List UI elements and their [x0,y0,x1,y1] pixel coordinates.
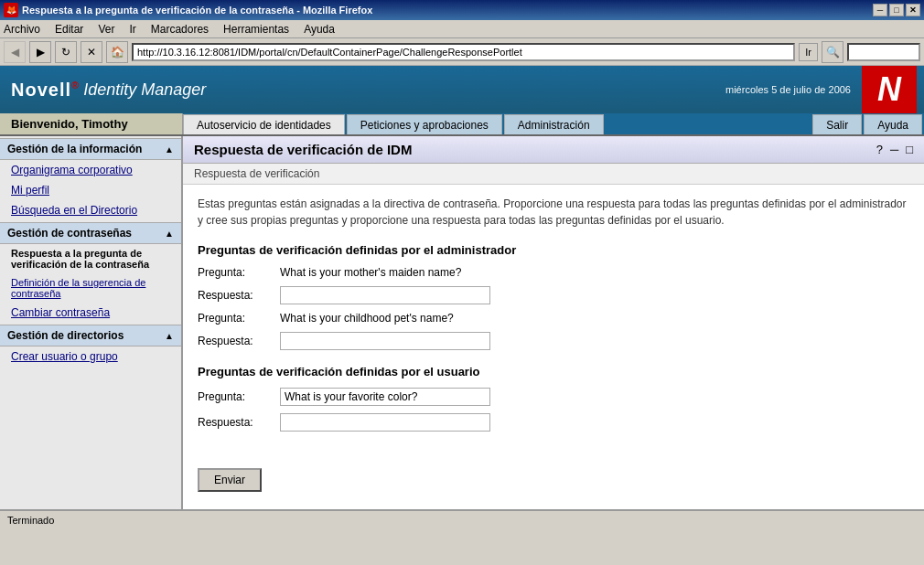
app-wrapper: Novell® Identity Manager miércoles 5 de … [0,66,924,529]
user-answer-1-row: Respuesta: [198,413,909,432]
sidebar: Gestión de la información ▲ Organigrama … [0,136,183,529]
user-question-1-label-row: Pregunta: [198,388,909,406]
page-header: Respuesta de verificación de IDM ? ─ □ [183,136,924,164]
admin-q1-pregunta-label: Pregunta: [198,266,280,279]
admin-q2-respuesta-input[interactable] [280,332,490,350]
novell-n-logo: N [862,66,917,113]
sidebar-section-title-1: Gestión de la información [7,143,142,155]
submit-area: Enviar [198,450,909,492]
admin-answer-1-row: Respuesta: [198,286,909,304]
window-controls[interactable]: ─ □ ✕ [873,4,920,16]
minimize-icon[interactable]: ─ [890,143,898,156]
sidebar-item-busqueda[interactable]: Búsqueda en el Directorio [0,200,181,220]
submit-button[interactable]: Enviar [198,468,262,492]
home-button[interactable]: 🏠 [106,41,128,63]
tab-salir[interactable]: Salir [812,114,862,134]
admin-q2-respuesta-label: Respuesta: [198,335,280,347]
user-q1-respuesta-input[interactable] [280,413,490,432]
sidebar-item-crear-usuario[interactable]: Crear usuario o grupo [0,346,181,367]
admin-q1-respuesta-input[interactable] [280,286,490,304]
sidebar-section-gestion-directorios: Gestión de directorios ▲ [0,325,181,346]
user-q1-pregunta-input[interactable] [280,388,490,406]
statusbar: Terminado [0,509,924,529]
address-input[interactable] [132,43,795,61]
search-icon: 🔍 [822,41,843,63]
page-body: Estas preguntas están asignadas a la dir… [183,185,924,503]
sidebar-item-definicion-sugerencia[interactable]: Definición de la sugerencia de contraseñ… [0,273,181,303]
help-icon[interactable]: ? [876,143,883,156]
menubar: Archivo Editar Ver Ir Marcadores Herrami… [0,20,924,38]
admin-q2-pregunta-label: Pregunta: [198,312,280,325]
sidebar-section-title-2: Gestión de contraseñas [7,227,132,240]
toolbar: ◀ ▶ ↻ ✕ 🏠 Ir 🔍 [0,38,924,66]
menu-ayuda[interactable]: Ayuda [304,23,335,36]
sidebar-section-gestion-contrasenas: Gestión de contraseñas ▲ [0,222,181,244]
forward-button[interactable]: ▶ [29,41,51,63]
admin-q1-respuesta-label: Respuesta: [198,289,280,302]
admin-q1-pregunta-value: What is your mother's maiden name? [280,266,461,279]
header-date: miércoles 5 de julio de 2006 [725,84,851,95]
collapse-btn-1[interactable]: ▲ [165,144,174,155]
user-q1-respuesta-label: Respuesta: [198,416,280,429]
titlebar: 🦊 Respuesta a la pregunta de verificació… [0,0,924,20]
sidebar-section-gestion-informacion: Gestión de la información ▲ [0,138,181,160]
minimize-button[interactable]: ─ [873,4,887,16]
maximize-icon[interactable]: □ [906,143,913,156]
page-subtitle: Respuesta de verificación [183,164,924,185]
app-header: Novell® Identity Manager miércoles 5 de … [0,66,924,113]
menu-marcadores[interactable]: Marcadores [151,23,209,36]
reload-button[interactable]: ↻ [55,41,77,63]
status-text: Terminado [7,515,54,526]
page-description: Estas preguntas están asignadas a la dir… [198,196,909,229]
admin-answer-2-row: Respuesta: [198,332,909,350]
tab-peticiones[interactable]: Peticiones y aprobaciones [347,114,502,134]
admin-question-1-label-row: Pregunta: What is your mother's maiden n… [198,266,909,279]
maximize-button[interactable]: □ [889,4,904,16]
user-q1-pregunta-label: Pregunta: [198,390,280,403]
user-section-title: Preguntas de verificación definidas por … [198,365,909,378]
go-button[interactable]: Ir [799,43,818,61]
sidebar-item-organigrama[interactable]: Organigrama corporativo [0,160,181,180]
close-button[interactable]: ✕ [906,4,920,16]
registered-mark: ® [71,80,80,91]
tab-autoservicio[interactable]: Autoservicio de identidades [183,114,345,134]
sidebar-section-title-3: Gestión de directorios [7,329,124,342]
user-greeting: Bienvenido, Timothy [11,117,128,131]
page-title: Respuesta de verificación de IDM [194,142,412,157]
menu-ir[interactable]: Ir [129,23,135,36]
main-layout: Gestión de la información ▲ Organigrama … [0,136,924,529]
sidebar-item-perfil[interactable]: Mi perfil [0,180,181,200]
app-icon: 🦊 [4,3,18,17]
admin-question-2-label-row: Pregunta: What is your childhood pet's n… [198,312,909,325]
menu-editar[interactable]: Editar [55,23,83,36]
admin-section-title: Preguntas de verificación definidas por … [198,243,909,257]
collapse-btn-3[interactable]: ▲ [165,331,174,341]
menu-herramientas[interactable]: Herramientas [223,23,289,36]
collapse-btn-2[interactable]: ▲ [165,229,174,239]
menu-ver[interactable]: Ver [98,23,114,36]
page-tools: ? ─ □ [876,143,913,156]
app-name: Identity Manager [83,80,206,100]
stop-button[interactable]: ✕ [81,41,102,63]
tab-administracion[interactable]: Administración [504,114,604,134]
menu-archivo[interactable]: Archivo [4,23,40,36]
address-bar: Ir [132,43,818,61]
tab-ayuda[interactable]: Ayuda [864,114,922,134]
search-input[interactable] [847,43,920,61]
sidebar-item-cambiar-contrasena[interactable]: Cambiar contraseña [0,303,181,323]
window-title: Respuesta a la pregunta de verificación … [22,5,372,16]
sidebar-item-respuesta-verificacion[interactable]: Respuesta a la pregunta de verificación … [0,244,181,273]
novell-logo: Novell® [11,80,80,101]
back-button[interactable]: ◀ [4,41,26,63]
admin-q2-pregunta-value: What is your childhood pet's name? [280,312,454,325]
content-area: Respuesta de verificación de IDM ? ─ □ R… [183,136,924,529]
